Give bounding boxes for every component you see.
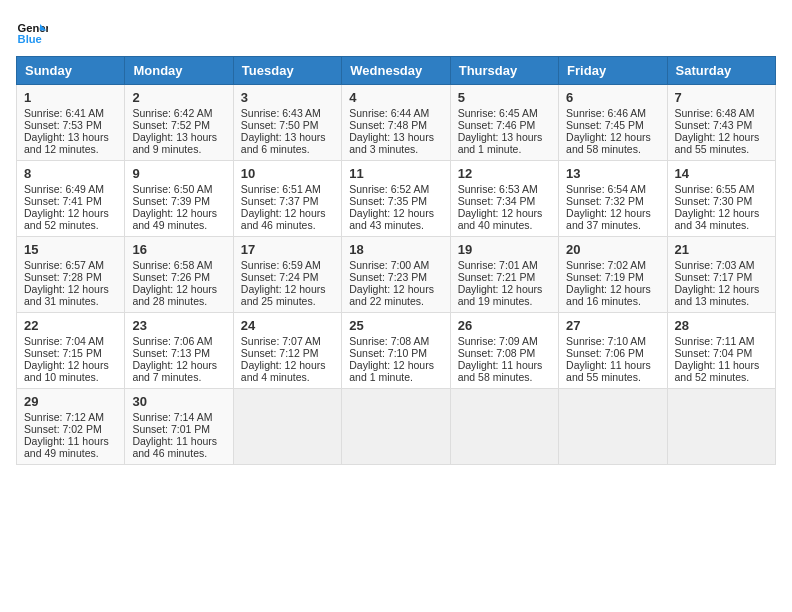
day-number: 23 <box>132 318 225 333</box>
calendar-week-row: 1Sunrise: 6:41 AMSunset: 7:53 PMDaylight… <box>17 85 776 161</box>
daylight-text: Daylight: 12 hours and 49 minutes. <box>132 207 217 231</box>
day-number: 21 <box>675 242 768 257</box>
daylight-text: Daylight: 12 hours and 34 minutes. <box>675 207 760 231</box>
day-number: 14 <box>675 166 768 181</box>
sunset-text: Sunset: 7:32 PM <box>566 195 644 207</box>
daylight-text: Daylight: 13 hours and 1 minute. <box>458 131 543 155</box>
daylight-text: Daylight: 13 hours and 6 minutes. <box>241 131 326 155</box>
calendar-week-row: 8Sunrise: 6:49 AMSunset: 7:41 PMDaylight… <box>17 161 776 237</box>
sunrise-text: Sunrise: 7:07 AM <box>241 335 321 347</box>
sunrise-text: Sunrise: 7:14 AM <box>132 411 212 423</box>
day-number: 2 <box>132 90 225 105</box>
sunset-text: Sunset: 7:08 PM <box>458 347 536 359</box>
day-number: 20 <box>566 242 659 257</box>
sunrise-text: Sunrise: 6:53 AM <box>458 183 538 195</box>
sunrise-text: Sunrise: 6:51 AM <box>241 183 321 195</box>
day-number: 18 <box>349 242 442 257</box>
day-number: 7 <box>675 90 768 105</box>
calendar-cell <box>559 389 667 465</box>
calendar-cell <box>667 389 775 465</box>
daylight-text: Daylight: 12 hours and 52 minutes. <box>24 207 109 231</box>
calendar-cell: 11Sunrise: 6:52 AMSunset: 7:35 PMDayligh… <box>342 161 450 237</box>
sunrise-text: Sunrise: 7:11 AM <box>675 335 755 347</box>
calendar-cell: 21Sunrise: 7:03 AMSunset: 7:17 PMDayligh… <box>667 237 775 313</box>
calendar-cell <box>233 389 341 465</box>
sunrise-text: Sunrise: 7:10 AM <box>566 335 646 347</box>
weekday-header-monday: Monday <box>125 57 233 85</box>
daylight-text: Daylight: 12 hours and 1 minute. <box>349 359 434 383</box>
day-number: 12 <box>458 166 551 181</box>
sunrise-text: Sunrise: 6:58 AM <box>132 259 212 271</box>
day-number: 6 <box>566 90 659 105</box>
daylight-text: Daylight: 11 hours and 52 minutes. <box>675 359 760 383</box>
sunrise-text: Sunrise: 6:59 AM <box>241 259 321 271</box>
calendar-cell: 28Sunrise: 7:11 AMSunset: 7:04 PMDayligh… <box>667 313 775 389</box>
calendar-cell: 4Sunrise: 6:44 AMSunset: 7:48 PMDaylight… <box>342 85 450 161</box>
calendar-cell: 18Sunrise: 7:00 AMSunset: 7:23 PMDayligh… <box>342 237 450 313</box>
calendar-table: SundayMondayTuesdayWednesdayThursdayFrid… <box>16 56 776 465</box>
day-number: 11 <box>349 166 442 181</box>
weekday-header-saturday: Saturday <box>667 57 775 85</box>
day-number: 4 <box>349 90 442 105</box>
day-number: 17 <box>241 242 334 257</box>
sunset-text: Sunset: 7:10 PM <box>349 347 427 359</box>
calendar-cell: 8Sunrise: 6:49 AMSunset: 7:41 PMDaylight… <box>17 161 125 237</box>
sunset-text: Sunset: 7:01 PM <box>132 423 210 435</box>
calendar-cell: 7Sunrise: 6:48 AMSunset: 7:43 PMDaylight… <box>667 85 775 161</box>
day-number: 10 <box>241 166 334 181</box>
calendar-cell: 22Sunrise: 7:04 AMSunset: 7:15 PMDayligh… <box>17 313 125 389</box>
sunrise-text: Sunrise: 7:06 AM <box>132 335 212 347</box>
calendar-cell: 12Sunrise: 6:53 AMSunset: 7:34 PMDayligh… <box>450 161 558 237</box>
calendar-cell: 23Sunrise: 7:06 AMSunset: 7:13 PMDayligh… <box>125 313 233 389</box>
daylight-text: Daylight: 12 hours and 58 minutes. <box>566 131 651 155</box>
sunset-text: Sunset: 7:24 PM <box>241 271 319 283</box>
sunset-text: Sunset: 7:06 PM <box>566 347 644 359</box>
sunset-text: Sunset: 7:28 PM <box>24 271 102 283</box>
sunrise-text: Sunrise: 7:01 AM <box>458 259 538 271</box>
sunset-text: Sunset: 7:15 PM <box>24 347 102 359</box>
logo-icon: General Blue <box>16 16 48 48</box>
sunset-text: Sunset: 7:19 PM <box>566 271 644 283</box>
daylight-text: Daylight: 11 hours and 55 minutes. <box>566 359 651 383</box>
sunset-text: Sunset: 7:34 PM <box>458 195 536 207</box>
calendar-cell: 30Sunrise: 7:14 AMSunset: 7:01 PMDayligh… <box>125 389 233 465</box>
calendar-cell: 10Sunrise: 6:51 AMSunset: 7:37 PMDayligh… <box>233 161 341 237</box>
day-number: 30 <box>132 394 225 409</box>
day-number: 19 <box>458 242 551 257</box>
calendar-cell: 15Sunrise: 6:57 AMSunset: 7:28 PMDayligh… <box>17 237 125 313</box>
day-number: 29 <box>24 394 117 409</box>
logo: General Blue <box>16 16 52 48</box>
sunset-text: Sunset: 7:04 PM <box>675 347 753 359</box>
daylight-text: Daylight: 12 hours and 19 minutes. <box>458 283 543 307</box>
sunset-text: Sunset: 7:02 PM <box>24 423 102 435</box>
calendar-cell <box>342 389 450 465</box>
day-number: 15 <box>24 242 117 257</box>
calendar-cell: 25Sunrise: 7:08 AMSunset: 7:10 PMDayligh… <box>342 313 450 389</box>
sunrise-text: Sunrise: 6:54 AM <box>566 183 646 195</box>
daylight-text: Daylight: 12 hours and 10 minutes. <box>24 359 109 383</box>
sunset-text: Sunset: 7:26 PM <box>132 271 210 283</box>
daylight-text: Daylight: 12 hours and 40 minutes. <box>458 207 543 231</box>
sunset-text: Sunset: 7:52 PM <box>132 119 210 131</box>
day-number: 26 <box>458 318 551 333</box>
daylight-text: Daylight: 12 hours and 43 minutes. <box>349 207 434 231</box>
sunset-text: Sunset: 7:53 PM <box>24 119 102 131</box>
daylight-text: Daylight: 12 hours and 37 minutes. <box>566 207 651 231</box>
sunset-text: Sunset: 7:50 PM <box>241 119 319 131</box>
sunrise-text: Sunrise: 6:49 AM <box>24 183 104 195</box>
sunrise-text: Sunrise: 6:42 AM <box>132 107 212 119</box>
sunset-text: Sunset: 7:41 PM <box>24 195 102 207</box>
calendar-cell: 27Sunrise: 7:10 AMSunset: 7:06 PMDayligh… <box>559 313 667 389</box>
calendar-cell: 19Sunrise: 7:01 AMSunset: 7:21 PMDayligh… <box>450 237 558 313</box>
sunset-text: Sunset: 7:37 PM <box>241 195 319 207</box>
sunrise-text: Sunrise: 6:41 AM <box>24 107 104 119</box>
day-number: 13 <box>566 166 659 181</box>
weekday-header-tuesday: Tuesday <box>233 57 341 85</box>
calendar-cell: 17Sunrise: 6:59 AMSunset: 7:24 PMDayligh… <box>233 237 341 313</box>
sunrise-text: Sunrise: 6:52 AM <box>349 183 429 195</box>
calendar-cell: 3Sunrise: 6:43 AMSunset: 7:50 PMDaylight… <box>233 85 341 161</box>
sunrise-text: Sunrise: 7:12 AM <box>24 411 104 423</box>
sunrise-text: Sunrise: 7:08 AM <box>349 335 429 347</box>
sunset-text: Sunset: 7:35 PM <box>349 195 427 207</box>
calendar-cell: 16Sunrise: 6:58 AMSunset: 7:26 PMDayligh… <box>125 237 233 313</box>
